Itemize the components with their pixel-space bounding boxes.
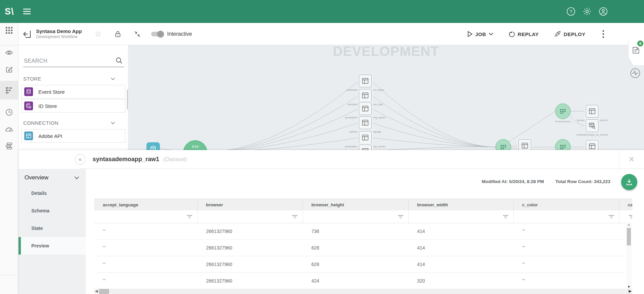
filter-icon bbox=[629, 214, 632, 219]
topbar-actions: ? bbox=[567, 0, 608, 23]
preview-eye-icon[interactable] bbox=[0, 45, 18, 60]
favorite-star-icon[interactable]: ☆ bbox=[95, 31, 102, 37]
scroll-right-arrow[interactable]: ▶ bbox=[629, 289, 632, 293]
dashboard-gauge-icon[interactable] bbox=[0, 122, 18, 137]
workflow-node-syntasademoapp-lk-search-engine[interactable] bbox=[359, 75, 372, 87]
svg-text:?: ? bbox=[570, 9, 572, 14]
workflow-node-syntasademoapp-ds-product[interactable] bbox=[586, 105, 599, 118]
user-profile-icon[interactable] bbox=[599, 7, 608, 16]
table-row[interactable]: ""2661327960736414""l bbox=[94, 223, 632, 240]
column-filter-browser[interactable] bbox=[198, 210, 303, 223]
download-icon bbox=[625, 178, 633, 186]
column-filter-accept_language[interactable] bbox=[94, 210, 198, 223]
palette-item-adobe-api[interactable]: Adobe API bbox=[21, 129, 125, 143]
workflow-toolbar: Syntasa Demo App Development Workflow ☆ … bbox=[19, 23, 644, 45]
interactive-toggle[interactable] bbox=[151, 32, 163, 36]
deploy-button[interactable]: DEPLOY bbox=[554, 31, 585, 37]
subnav-item-schema[interactable]: Schema bbox=[19, 202, 86, 219]
cell-browser: 2661327960 bbox=[198, 240, 303, 256]
close-panel-icon[interactable]: ✕ bbox=[619, 150, 644, 169]
activity-pulse-icon[interactable] bbox=[630, 68, 641, 79]
workflow-flow-icon[interactable] bbox=[0, 81, 18, 99]
workflow-node-Product-Enrich[interactable] bbox=[555, 104, 571, 119]
deploy-label: DEPLOY bbox=[564, 31, 585, 37]
workflow-node-syntasademoapp-vw-product[interactable] bbox=[586, 119, 599, 132]
dataset-preview-panel: « syntasademoapp_raw1 (Dataset) ✕ Overvi… bbox=[19, 150, 644, 294]
scroll-down-arrow[interactable]: ▼ bbox=[627, 285, 631, 289]
settings-gear-icon[interactable] bbox=[583, 7, 591, 16]
cell-browser_height: 628 bbox=[303, 256, 409, 272]
top-app-bar: S\ ? bbox=[0, 0, 644, 23]
search-icon[interactable] bbox=[115, 57, 123, 65]
table-row[interactable]: ""2661327960628414""l bbox=[94, 240, 632, 256]
filter-icon bbox=[398, 214, 404, 219]
cell-browser_height: 736 bbox=[303, 223, 409, 239]
vertical-scroll-thumb[interactable] bbox=[627, 228, 631, 245]
collapse-panel-icon[interactable]: « bbox=[75, 154, 86, 165]
hamburger-menu-icon[interactable] bbox=[23, 8, 31, 15]
scroll-left-arrow[interactable]: ◀ bbox=[95, 289, 98, 293]
cell-browser_height: 424 bbox=[303, 273, 409, 289]
subnav-overview-header[interactable]: Overview bbox=[19, 169, 86, 184]
modified-at-label: Modified At: 5/20/24, 8:28 PM bbox=[482, 179, 544, 184]
workflow-back-icon[interactable] bbox=[23, 30, 31, 38]
workflow-canvas[interactable]: DEVELOPMENT 010syntasademoapp_lk_search_… bbox=[128, 45, 644, 150]
filter-icon bbox=[608, 214, 614, 219]
vertical-scrollbar[interactable]: ▲ ▼ bbox=[626, 223, 632, 289]
cell-browser: 2661327960 bbox=[198, 256, 303, 272]
download-button[interactable] bbox=[621, 174, 637, 190]
workflow-node-syntasademoapp-lk-referrer-type[interactable] bbox=[359, 89, 372, 102]
node-palette-panel: STOREEvent StoreID StoreCONNECTIONAdobe … bbox=[19, 45, 128, 150]
column-header-accept_language[interactable]: accept_language bbox=[94, 199, 198, 210]
edit-compose-icon[interactable] bbox=[0, 62, 18, 77]
interactive-label: Interactive bbox=[167, 31, 192, 37]
subnav-item-details[interactable]: Details bbox=[19, 184, 86, 202]
rocket-icon bbox=[554, 31, 561, 37]
dataset-title: syntasademoapp_raw1 bbox=[93, 156, 159, 163]
search-input[interactable] bbox=[23, 57, 124, 67]
scroll-up-arrow[interactable]: ▲ bbox=[627, 223, 631, 226]
column-header-browser_width[interactable]: browser_width bbox=[409, 199, 514, 210]
more-options-kebab-icon[interactable] bbox=[602, 30, 604, 38]
column-filter-browser_height[interactable] bbox=[303, 210, 409, 223]
workflow-node[interactable] bbox=[518, 139, 531, 150]
column-header-c_color[interactable]: c_color bbox=[514, 199, 619, 210]
column-filter-browser_width[interactable] bbox=[409, 210, 514, 223]
replay-button[interactable]: REPLAY bbox=[509, 31, 539, 37]
table-row[interactable]: ""2661327960424320""l bbox=[94, 273, 632, 289]
workflow-node[interactable] bbox=[586, 140, 599, 150]
column-header-can[interactable]: can bbox=[619, 199, 632, 210]
cell-browser: 2661327960 bbox=[198, 273, 303, 289]
palette-item-label: Event Store bbox=[38, 89, 65, 95]
help-icon[interactable]: ? bbox=[567, 7, 575, 16]
column-header-browser_height[interactable]: browser_height bbox=[303, 199, 409, 210]
horizontal-scroll-thumb[interactable] bbox=[99, 289, 109, 294]
workflow-node-syntasademoapp-lk-operating-system[interactable] bbox=[359, 102, 372, 115]
database-icon bbox=[24, 87, 33, 96]
notes-icon[interactable] bbox=[632, 46, 640, 55]
datasets-stack-icon[interactable] bbox=[0, 139, 18, 153]
workflow-node-syntasademoapp-lk-javascript-version[interactable] bbox=[359, 131, 372, 144]
palette-item-event-store[interactable]: Event Store bbox=[21, 85, 125, 98]
lock-icon[interactable] bbox=[114, 30, 122, 38]
column-filter-c_color[interactable] bbox=[514, 210, 619, 223]
history-clock-icon[interactable] bbox=[0, 105, 18, 120]
column-filter-can[interactable] bbox=[619, 210, 632, 223]
table-row[interactable]: ""2661327960628414""l bbox=[94, 256, 632, 273]
dataset-type-label: (Dataset) bbox=[163, 156, 187, 163]
cell-browser_width: 414 bbox=[409, 223, 514, 239]
apps-waffle-icon[interactable] bbox=[0, 23, 18, 38]
section-header-connection[interactable]: CONNECTION bbox=[23, 120, 115, 126]
subnav-item-preview[interactable]: Preview bbox=[19, 237, 86, 255]
subnav-item-state[interactable]: State bbox=[19, 219, 86, 237]
palette-item-id-store[interactable]: ID Store bbox=[21, 99, 125, 113]
workflow-node[interactable] bbox=[146, 142, 160, 150]
workflow-node[interactable] bbox=[359, 145, 372, 150]
section-header-store[interactable]: STORE bbox=[23, 76, 115, 82]
collapse-arrows-icon[interactable] bbox=[134, 30, 141, 38]
horizontal-scrollbar[interactable]: ◀ ▶ bbox=[94, 289, 632, 294]
workflow-node-syntasademoapp-lk-language[interactable] bbox=[359, 116, 372, 129]
column-header-browser[interactable]: browser bbox=[198, 199, 303, 210]
job-button[interactable]: JOB bbox=[467, 31, 493, 37]
cell-browser_width: 414 bbox=[409, 256, 514, 272]
